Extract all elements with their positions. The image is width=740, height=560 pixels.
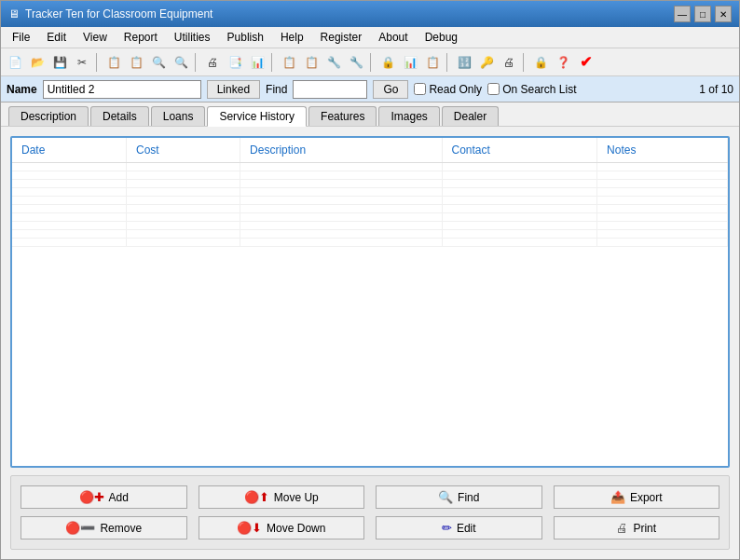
menu-bar: File Edit View Report Utilities Publish …	[1, 27, 739, 48]
print-button[interactable]: 🖨 Print	[554, 516, 720, 540]
find-label: Find	[266, 83, 287, 96]
move-up-icon: 🔴⬆	[244, 490, 269, 504]
remove-icon: 🔴➖	[65, 521, 95, 535]
toolbar: 📄 📂 💾 ✂ 📋 📋 🔍 🔍 🖨 📑 📊 📋 📋 🔧 🔧 🔒 📊 📋 🔢 🔑 …	[1, 48, 739, 76]
col-date: Date	[12, 138, 127, 163]
export-label: Export	[630, 491, 663, 504]
move-down-button[interactable]: 🔴⬇ Move Down	[199, 516, 365, 540]
menu-about[interactable]: About	[371, 29, 415, 46]
on-search-list-checkbox[interactable]	[487, 83, 500, 95]
tab-service-history[interactable]: Service History	[207, 106, 307, 127]
main-content: Date Cost Description Contact Notes	[1, 127, 739, 559]
tb-report[interactable]: 📑	[225, 52, 245, 73]
tab-dealer[interactable]: Dealer	[442, 106, 499, 126]
go-button[interactable]: Go	[373, 80, 408, 99]
menu-view[interactable]: View	[75, 29, 115, 46]
find-input[interactable]	[293, 80, 367, 99]
service-history-table-container: Date Cost Description Contact Notes	[10, 136, 730, 468]
tb-cut[interactable]: ✂	[72, 52, 92, 73]
buttons-panel: 🔴✚ Add 🔴⬆ Move Up 🔍 Find 📤 Export 🔴➖ Rem…	[10, 475, 730, 550]
move-down-label: Move Down	[267, 522, 325, 535]
add-icon: 🔴✚	[79, 490, 104, 504]
col-contact: Contact	[442, 138, 597, 163]
add-button[interactable]: 🔴✚ Add	[21, 485, 187, 509]
tb-open[interactable]: 📂	[27, 52, 48, 73]
window-title: Tracker Ten for Classroom Equipment	[25, 7, 212, 20]
table-row	[12, 222, 728, 230]
tb-b6[interactable]: 📊	[400, 52, 420, 73]
maximize-button[interactable]: □	[694, 6, 711, 22]
menu-file[interactable]: File	[5, 29, 37, 46]
tb-b8[interactable]: 🔢	[454, 52, 474, 73]
minimize-button[interactable]: —	[674, 6, 691, 22]
close-button[interactable]: ✕	[715, 6, 732, 22]
title-bar-left: 🖥 Tracker Ten for Classroom Equipment	[8, 7, 212, 20]
tb-b2[interactable]: 📋	[301, 52, 322, 73]
linked-button[interactable]: Linked	[207, 80, 260, 99]
menu-publish[interactable]: Publish	[220, 29, 271, 46]
table-row	[12, 197, 728, 205]
tab-features[interactable]: Features	[308, 106, 377, 126]
find-label2: Find	[458, 491, 479, 504]
table-row	[12, 230, 728, 239]
menu-debug[interactable]: Debug	[418, 29, 465, 46]
tab-images[interactable]: Images	[378, 106, 439, 126]
table-row	[12, 188, 728, 197]
on-search-list-label: On Search List	[502, 83, 576, 96]
tb-search[interactable]: 🔍	[148, 52, 169, 73]
move-up-label: Move Up	[274, 491, 319, 504]
on-search-list-group: On Search List	[487, 83, 576, 96]
print-label: Print	[633, 522, 656, 535]
tb-b5[interactable]: 🔒	[377, 52, 398, 73]
main-window: 🖥 Tracker Ten for Classroom Equipment — …	[0, 0, 740, 560]
menu-utilities[interactable]: Utilities	[167, 29, 218, 46]
read-only-group: Read Only	[414, 83, 482, 96]
add-label: Add	[109, 491, 129, 504]
tb-lock[interactable]: 🔒	[530, 52, 551, 73]
tb-sep2	[195, 53, 199, 72]
export-icon: 📤	[610, 490, 625, 504]
tab-description[interactable]: Description	[8, 106, 89, 126]
read-only-checkbox[interactable]	[414, 83, 426, 95]
table-row	[12, 171, 728, 180]
tb-print[interactable]: 🖨	[202, 52, 223, 73]
remove-button[interactable]: 🔴➖ Remove	[21, 516, 187, 540]
record-count: 1 of 10	[699, 83, 733, 96]
tb-help[interactable]: ❓	[553, 52, 573, 73]
tb-sep4	[370, 53, 374, 72]
tb-save[interactable]: 💾	[49, 52, 70, 73]
tb-b1[interactable]: 📋	[279, 52, 299, 73]
tb-b4[interactable]: 🔧	[346, 52, 366, 73]
name-bar: Name Linked Find Go Read Only On Search …	[1, 76, 739, 102]
table-row	[12, 163, 728, 171]
table-row	[12, 239, 728, 247]
menu-edit[interactable]: Edit	[39, 29, 74, 46]
name-input[interactable]	[43, 80, 201, 99]
tb-b9[interactable]: 🔑	[476, 52, 497, 73]
tb-copy[interactable]: 📋	[103, 52, 124, 73]
tb-paste[interactable]: 📋	[126, 52, 146, 73]
tb-new[interactable]: 📄	[5, 52, 25, 73]
col-description: Description	[240, 138, 442, 163]
tb-sep5	[446, 53, 450, 72]
tab-details[interactable]: Details	[90, 106, 149, 126]
tb-b3[interactable]: 🔧	[323, 52, 344, 73]
tabs-bar: Description Details Loans Service Histor…	[1, 102, 739, 127]
move-up-button[interactable]: 🔴⬆ Move Up	[199, 485, 365, 509]
move-down-icon: 🔴⬇	[237, 521, 262, 535]
remove-label: Remove	[100, 522, 142, 535]
find-button[interactable]: 🔍 Find	[376, 485, 542, 509]
service-history-table: Date Cost Description Contact Notes	[12, 138, 728, 247]
edit-button[interactable]: ✏ Edit	[376, 516, 542, 540]
export-button[interactable]: 📤 Export	[554, 485, 720, 509]
tb-chart[interactable]: 📊	[247, 52, 267, 73]
tab-loans[interactable]: Loans	[151, 106, 206, 126]
tb-sep1	[96, 53, 100, 72]
menu-report[interactable]: Report	[116, 29, 165, 46]
tb-b7[interactable]: 📋	[422, 52, 443, 73]
menu-help[interactable]: Help	[273, 29, 311, 46]
tb-search2[interactable]: 🔍	[171, 52, 191, 73]
menu-register[interactable]: Register	[313, 29, 370, 46]
tb-checkmark[interactable]: ✔	[575, 52, 596, 73]
tb-b10[interactable]: 🖨	[499, 52, 519, 73]
